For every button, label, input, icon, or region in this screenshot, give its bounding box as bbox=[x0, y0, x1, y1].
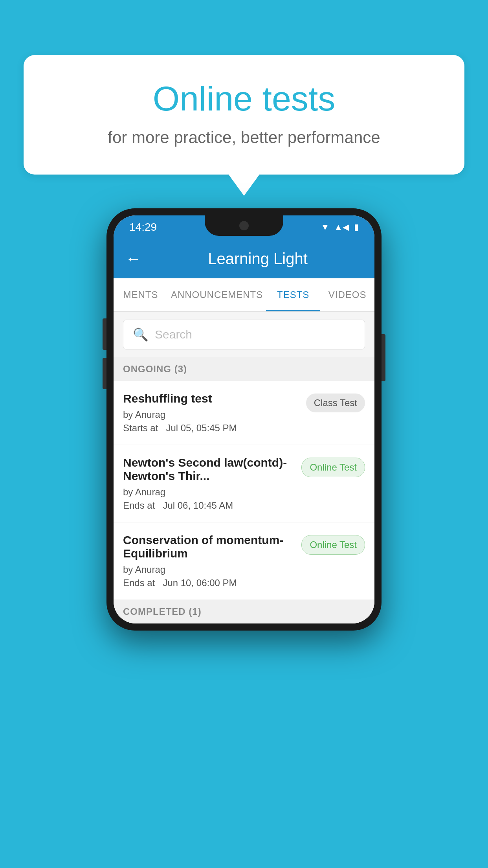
test-name: Newton's Second law(contd)-Newton's Thir… bbox=[123, 456, 294, 483]
phone-frame: 14:29 ▼ ▲◀ ▮ ← Learning Light MENTS ANNO… bbox=[106, 208, 382, 631]
test-time: Ends at Jul 06, 10:45 AM bbox=[123, 500, 294, 511]
test-time: Starts at Jul 05, 05:45 PM bbox=[123, 423, 298, 434]
online-test-badge: Online Test bbox=[301, 458, 365, 477]
speech-bubble: Online tests for more practice, better p… bbox=[24, 55, 464, 175]
phone-screen: 14:29 ▼ ▲◀ ▮ ← Learning Light MENTS ANNO… bbox=[114, 215, 374, 623]
test-item[interactable]: Newton's Second law(contd)-Newton's Thir… bbox=[114, 445, 374, 522]
test-time: Ends at Jun 10, 06:00 PM bbox=[123, 577, 294, 588]
search-bar[interactable]: 🔍 Search bbox=[123, 320, 365, 349]
speech-bubble-title: Online tests bbox=[55, 79, 433, 119]
tab-tests[interactable]: TESTS bbox=[266, 278, 320, 311]
test-name: Conservation of momentum-Equilibrium bbox=[123, 533, 294, 560]
test-item[interactable]: Conservation of momentum-Equilibrium by … bbox=[114, 522, 374, 600]
ongoing-section-header: ONGOING (3) bbox=[114, 357, 374, 381]
search-placeholder: Search bbox=[155, 328, 192, 341]
app-title: Learning Light bbox=[153, 250, 363, 268]
power-button bbox=[382, 334, 385, 381]
volume-down-button bbox=[103, 358, 106, 389]
test-info: Reshuffling test by Anurag Starts at Jul… bbox=[123, 392, 306, 434]
back-button[interactable]: ← bbox=[125, 250, 141, 268]
status-time: 14:29 bbox=[129, 221, 157, 234]
phone-notch bbox=[205, 215, 283, 236]
test-author: by Anurag bbox=[123, 409, 298, 420]
completed-section-header: COMPLETED (1) bbox=[114, 600, 374, 623]
test-info: Conservation of momentum-Equilibrium by … bbox=[123, 533, 301, 588]
phone-wrapper: 14:29 ▼ ▲◀ ▮ ← Learning Light MENTS ANNO… bbox=[106, 208, 382, 631]
online-test-badge-2: Online Test bbox=[301, 535, 365, 555]
app-bar: ← Learning Light bbox=[114, 239, 374, 278]
status-icons: ▼ ▲◀ ▮ bbox=[321, 222, 359, 232]
volume-up-button bbox=[103, 318, 106, 350]
search-icon: 🔍 bbox=[133, 327, 149, 342]
battery-icon: ▮ bbox=[354, 222, 359, 232]
search-container: 🔍 Search bbox=[114, 312, 374, 357]
test-info: Newton's Second law(contd)-Newton's Thir… bbox=[123, 456, 301, 511]
speech-bubble-container: Online tests for more practice, better p… bbox=[24, 55, 464, 175]
test-name: Reshuffling test bbox=[123, 392, 298, 405]
test-item[interactable]: Reshuffling test by Anurag Starts at Jul… bbox=[114, 381, 374, 445]
test-author: by Anurag bbox=[123, 564, 294, 575]
wifi-icon: ▼ bbox=[321, 222, 329, 232]
tab-announcements[interactable]: ANNOUNCEMENTS bbox=[168, 278, 266, 311]
front-camera bbox=[239, 221, 249, 230]
tab-ments[interactable]: MENTS bbox=[114, 278, 168, 311]
tab-videos[interactable]: VIDEOS bbox=[320, 278, 374, 311]
signal-icon: ▲◀ bbox=[334, 222, 349, 232]
speech-bubble-subtitle: for more practice, better performance bbox=[55, 128, 433, 147]
test-author: by Anurag bbox=[123, 487, 294, 498]
tabs-container: MENTS ANNOUNCEMENTS TESTS VIDEOS bbox=[114, 278, 374, 312]
class-test-badge: Class Test bbox=[306, 394, 365, 412]
test-list: Reshuffling test by Anurag Starts at Jul… bbox=[114, 381, 374, 600]
